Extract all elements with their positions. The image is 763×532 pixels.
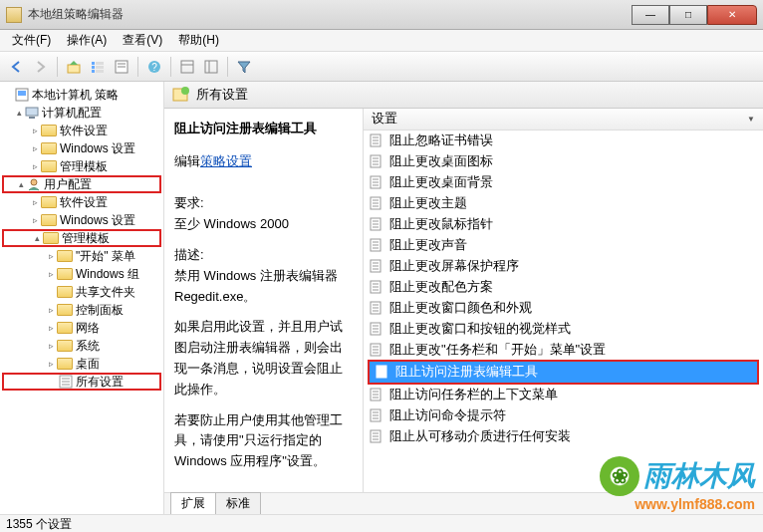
all-settings-icon	[59, 375, 73, 389]
svg-point-26	[181, 87, 189, 95]
menu-action[interactable]: 操作(A)	[59, 30, 115, 51]
header-icon	[172, 86, 190, 104]
back-button[interactable]	[6, 56, 28, 78]
policy-icon	[370, 175, 383, 189]
svg-rect-2	[92, 66, 95, 69]
svg-point-20	[31, 179, 37, 185]
settings-list[interactable]: 阻止忽略证书错误阻止更改桌面图标阻止更改桌面背景阻止更改主题阻止更改鼠标指针阻止…	[364, 131, 763, 492]
folder-icon	[57, 286, 73, 298]
desc-1: 禁用 Windows 注册表编辑器 Regedit.exe。	[174, 268, 338, 304]
close-button[interactable]: ✕	[707, 5, 757, 25]
tab-extended[interactable]: 扩展	[170, 492, 216, 514]
content-title: 所有设置	[196, 86, 248, 104]
folder-icon	[57, 268, 73, 280]
tree-desktop[interactable]: 桌面	[76, 356, 100, 373]
svg-rect-17	[18, 91, 26, 96]
detail-title: 阻止访问注册表编辑工具	[174, 119, 353, 139]
tree-network[interactable]: 网络	[76, 320, 100, 337]
policy-icon	[370, 322, 383, 336]
watermark-url: www.ylmf888.com	[600, 496, 755, 512]
maximize-button[interactable]: □	[669, 5, 707, 25]
filter-button[interactable]	[233, 56, 255, 78]
tree-root[interactable]: 本地计算机 策略	[32, 87, 119, 104]
minimize-button[interactable]: —	[632, 5, 669, 25]
tree-computer-config[interactable]: 计算机配置	[42, 105, 102, 122]
list-item[interactable]: 阻止访问任务栏的上下文菜单	[364, 385, 763, 405]
list-item[interactable]: 阻止更改配色方案	[364, 277, 763, 298]
tree-cc-windows[interactable]: Windows 设置	[60, 140, 135, 157]
computer-icon	[25, 106, 39, 120]
tree-start-menu[interactable]: "开始" 菜单	[76, 248, 135, 265]
watermark-logo-icon: ❀	[600, 456, 639, 496]
policy-icon	[370, 280, 383, 294]
list-column-header[interactable]: 设置 ▼	[364, 109, 763, 131]
tree-windows-comp[interactable]: Windows 组	[76, 266, 139, 283]
tree-all-settings[interactable]: 所有设置	[76, 374, 124, 391]
folder-icon	[57, 304, 73, 316]
svg-rect-18	[26, 108, 38, 116]
tree-user-config[interactable]: 用户配置	[44, 176, 92, 193]
list-button[interactable]	[87, 56, 109, 78]
tree-control-panel[interactable]: 控制面板	[76, 302, 124, 319]
list-item[interactable]: 阻止更改主题	[364, 193, 763, 214]
tree-system[interactable]: 系统	[76, 338, 100, 355]
up-button[interactable]	[63, 56, 85, 78]
menu-file[interactable]: 文件(F)	[4, 30, 59, 51]
status-bar: 1355 个设置	[0, 514, 763, 532]
policy-icon	[370, 408, 383, 422]
list-item[interactable]: 阻止更改桌面图标	[364, 151, 763, 172]
svg-rect-1	[92, 62, 95, 65]
list-item[interactable]: 阻止更改屏幕保护程序	[364, 256, 763, 277]
user-icon	[27, 177, 41, 191]
help-button[interactable]: ?	[143, 56, 165, 78]
folder-icon	[57, 340, 73, 352]
svg-rect-6	[96, 70, 104, 73]
folder-icon	[41, 214, 57, 226]
svg-rect-0	[68, 65, 80, 73]
tree-shared[interactable]: 共享文件夹	[76, 284, 135, 301]
list-item[interactable]: 阻止从可移动介质进行任何安装	[364, 426, 763, 447]
edit-policy-link[interactable]: 策略设置	[200, 151, 252, 172]
tab-standard[interactable]: 标准	[215, 492, 261, 514]
list-item[interactable]: 阻止访问命令提示符	[364, 405, 763, 426]
column-dropdown-icon[interactable]: ▼	[747, 115, 755, 124]
forward-button[interactable]	[30, 56, 52, 78]
policy-icon	[370, 133, 383, 147]
nav-tree[interactable]: 本地计算机 策略 ▴计算机配置 ▹软件设置 ▹Windows 设置 ▹管理模板 …	[0, 82, 164, 514]
desc-label: 描述:	[174, 247, 204, 262]
list-item[interactable]: 阻止更改桌面背景	[364, 172, 763, 193]
menu-view[interactable]: 查看(V)	[115, 30, 170, 51]
tree-uc-software[interactable]: 软件设置	[60, 194, 108, 211]
view-detail-button[interactable]	[200, 56, 222, 78]
properties-button[interactable]	[111, 56, 132, 78]
list-item[interactable]: 阻止更改窗口颜色和外观	[364, 298, 763, 319]
edit-prefix: 编辑	[174, 153, 200, 168]
list-item[interactable]: 阻止访问注册表编辑工具	[370, 362, 757, 383]
policy-icon	[376, 365, 389, 379]
window-title: 本地组策略编辑器	[28, 6, 632, 23]
desc-3: 若要防止用户使用其他管理工具，请使用"只运行指定的 Windows 应用程序"设…	[174, 410, 353, 472]
watermark-brand: 雨林木风	[643, 457, 755, 495]
list-item[interactable]: 阻止更改窗口和按钮的视觉样式	[364, 319, 763, 340]
policy-icon	[370, 429, 383, 443]
folder-icon	[41, 160, 57, 172]
svg-rect-19	[29, 117, 35, 119]
list-item[interactable]: 阻止更改声音	[364, 235, 763, 256]
tree-cc-software[interactable]: 软件设置	[60, 123, 108, 139]
view-list-button[interactable]	[176, 56, 198, 78]
tree-uc-windows[interactable]: Windows 设置	[60, 212, 135, 229]
list-item[interactable]: 阻止更改"任务栏和「开始」菜单"设置	[364, 340, 763, 361]
svg-rect-5	[96, 66, 104, 69]
list-item[interactable]: 阻止忽略证书错误	[364, 131, 763, 151]
folder-icon	[41, 142, 57, 154]
svg-rect-14	[205, 61, 217, 73]
list-item[interactable]: 阻止更改鼠标指针	[364, 214, 763, 235]
policy-root-icon	[15, 88, 29, 102]
tree-uc-admin[interactable]: 管理模板	[62, 230, 110, 247]
policy-icon	[370, 196, 383, 210]
detail-pane: 阻止访问注册表编辑工具 编辑策略设置 要求:至少 Windows 2000 描述…	[164, 109, 364, 492]
svg-rect-12	[181, 61, 193, 73]
menu-help[interactable]: 帮助(H)	[170, 30, 227, 51]
tree-cc-admin[interactable]: 管理模板	[60, 158, 108, 175]
policy-icon	[370, 154, 383, 168]
